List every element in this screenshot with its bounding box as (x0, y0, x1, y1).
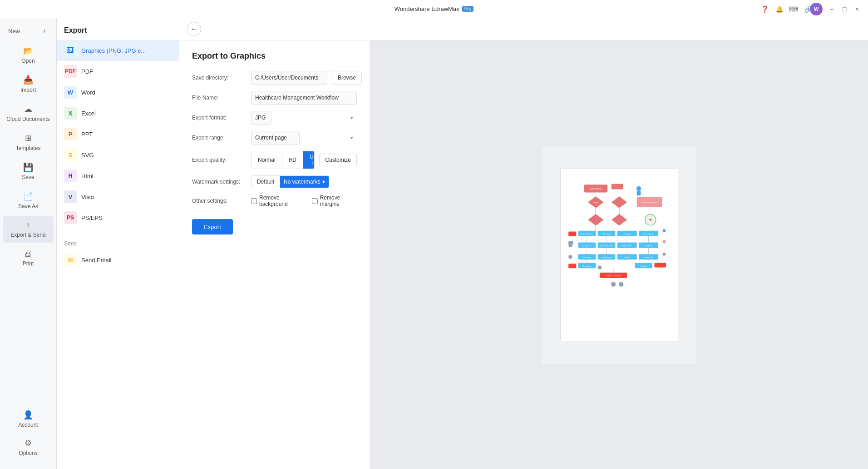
templates-label: Templates (16, 145, 41, 151)
export-format-label: Export format: (192, 115, 247, 121)
back-bar: ← (179, 18, 868, 40)
pdf-label: PDF (81, 68, 93, 75)
form-title: Export to Graphics (192, 51, 357, 61)
svg-text:Rehab: Rehab (624, 256, 630, 258)
sidebar-item-templates[interactable]: ⊞ Templates (3, 129, 54, 156)
other-settings-label: Other settings: (192, 198, 247, 204)
watermark-value: No watermarks (284, 179, 321, 185)
sidebar-item-print[interactable]: 🖨 Print (3, 244, 54, 271)
export-item-visio[interactable]: V Visio (57, 186, 179, 207)
account-label: Account (18, 422, 38, 428)
new-plus-icon: ＋ (41, 26, 48, 36)
svg-icon: S (64, 149, 77, 161)
content-area: Export to Graphics Save directory: Brows… (179, 40, 868, 469)
remove-background-checkbox[interactable]: Remove background (251, 195, 305, 207)
svg-text:Emergency: Emergency (590, 187, 602, 190)
cloud-label: Cloud Documents (6, 116, 49, 122)
sidebar-item-account[interactable]: 👤 Account (3, 405, 54, 433)
cloud-icon: ☁ (24, 104, 32, 114)
word-label: Word (81, 89, 95, 96)
back-button[interactable]: ← (187, 22, 201, 36)
quality-ultrahd-button[interactable]: Ultra HD (303, 151, 315, 169)
export-item-html[interactable]: H Html (57, 165, 179, 186)
minimize-button[interactable]: − (828, 5, 835, 13)
maximize-button[interactable]: □ (841, 5, 848, 13)
svg-rect-29 (568, 241, 573, 244)
main-layout: New ＋ 📂 Open 📥 Import ☁ Cloud Documents … (0, 18, 868, 469)
export-item-ppt[interactable]: P PPT (57, 124, 179, 145)
watermark-default-button[interactable]: Default (251, 175, 280, 188)
sidebar-item-new[interactable]: New ＋ (3, 23, 54, 40)
html-label: Html (81, 173, 94, 180)
help-icon[interactable]: ❓ (759, 4, 770, 15)
svg-point-59 (619, 282, 623, 286)
watermark-label: Watermark settings: (192, 179, 247, 185)
sidebar-item-export-send[interactable]: ↑ Export & Send (3, 216, 54, 243)
excel-label: Excel (81, 110, 96, 117)
send-section-title: Send (57, 236, 179, 249)
svg-text:Admit Patient: Admit Patient (581, 233, 592, 235)
sidebar-item-save-as[interactable]: 📄 Save As (3, 187, 54, 214)
export-item-excel[interactable]: X Excel (57, 103, 179, 124)
quality-normal-button[interactable]: Normal (252, 151, 282, 169)
svg-text:Initial Assessment: Initial Assessment (641, 201, 657, 204)
svg-text:Treatment Plan: Treatment Plan (600, 244, 613, 247)
keyboard-icon[interactable]: ⌨ (788, 4, 799, 15)
other-settings-row: Other settings: Remove background Remove… (192, 195, 357, 207)
remove-margins-input[interactable] (312, 198, 318, 204)
form-area: Export to Graphics Save directory: Brows… (179, 40, 370, 469)
save-as-icon: 📄 (23, 191, 33, 201)
file-name-input[interactable] (251, 91, 357, 105)
svg-text:Consultation: Consultation (643, 233, 654, 235)
graphics-icon: 🖼 (64, 44, 77, 57)
remove-margins-checkbox[interactable]: Remove margins (312, 195, 357, 207)
titlebar: Wondershare EdrawMax Pro ❓ 🔔 ⌨ 🔗 W − □ × (0, 0, 868, 18)
sidebar-item-options[interactable]: ⚙ Options (3, 434, 54, 461)
svg-text:Recovery: Recovery (582, 256, 591, 258)
export-range-select[interactable]: Current page All pages Selected objects (251, 131, 300, 145)
sidebar-item-import[interactable]: 📥 Import (3, 70, 54, 98)
svg-text:Monitoring: Monitoring (602, 256, 611, 258)
notification-icon[interactable]: 🔔 (774, 4, 784, 15)
browse-button[interactable]: Browse (332, 71, 362, 85)
remove-background-input[interactable] (251, 198, 257, 204)
export-item-pdf[interactable]: PDF PDF (57, 61, 179, 82)
export-button[interactable]: Export (192, 219, 233, 234)
export-item-send-email[interactable]: ✉ Send Email (57, 249, 179, 270)
pro-badge: Pro (462, 6, 474, 12)
sidebar-item-save[interactable]: 💾 Save (3, 158, 54, 185)
sidebar-item-open[interactable]: 📂 Open (3, 41, 54, 69)
visio-icon: V (64, 190, 77, 203)
ps-icon: PS (64, 211, 77, 224)
export-format-select[interactable]: JPG PNG BMP TIFF GIF (251, 111, 271, 125)
options-label: Options (19, 450, 37, 456)
watermark-buttons: Default No watermarks ▾ (251, 175, 329, 188)
watermark-select[interactable]: No watermarks ▾ (280, 175, 329, 188)
svg-text:Medication: Medication (622, 244, 631, 247)
sidebar-item-cloud-documents[interactable]: ☁ Cloud Documents (3, 100, 54, 127)
export-item-graphics[interactable]: 🖼 Graphics (PNG, JPG e... (57, 40, 179, 61)
svg-text:Diagnosis: Diagnosis (582, 244, 591, 247)
close-button[interactable]: × (853, 5, 861, 13)
import-icon: 📥 (23, 75, 33, 85)
export-item-svg[interactable]: S SVG (57, 145, 179, 165)
export-item-ps-eps[interactable]: PS PS/EPS (57, 207, 179, 228)
send-email-icon: ✉ (64, 254, 77, 266)
quality-hd-button[interactable]: HD (282, 151, 303, 169)
svg-text:♥: ♥ (649, 217, 651, 222)
preview-area: Emergency Triage (370, 40, 868, 469)
ppt-icon: P (64, 128, 77, 140)
save-icon: 💾 (23, 162, 33, 172)
export-item-word[interactable]: W Word (57, 82, 179, 103)
avatar[interactable]: W (810, 3, 823, 15)
svg-rect-57 (654, 263, 666, 267)
svg-point-52 (597, 265, 602, 269)
account-icon: 👤 (23, 410, 33, 420)
save-directory-input[interactable] (251, 71, 327, 85)
svg-point-4 (636, 186, 641, 190)
remove-margins-label: Remove margins (320, 195, 357, 207)
remove-background-label: Remove background (259, 195, 305, 207)
customize-button[interactable]: Customize (319, 154, 357, 166)
export-range-row: Export range: Current page All pages Sel… (192, 131, 357, 145)
svg-text:Discharge: Discharge (582, 264, 591, 267)
